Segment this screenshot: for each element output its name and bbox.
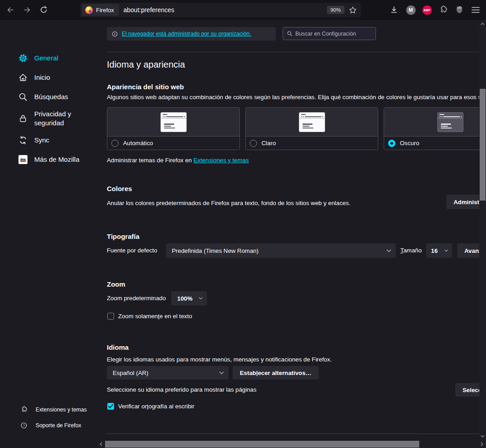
selected-zoom: 100% [177,295,193,302]
checkbox-unchecked[interactable] [107,313,114,320]
url-bar[interactable]: Firefox about:preferences 90% [80,3,361,17]
theme-preview-light [107,108,239,137]
chevron-left-icon [100,442,102,446]
horizontal-scrollbar[interactable] [97,440,486,448]
manage-colors-button[interactable]: Administrar colores… [446,195,479,209]
language-heading: Idioma [107,343,128,351]
vertical-scrollbar-thumb[interactable] [480,89,486,201]
theme-label: Oscuro [400,140,419,146]
scroll-left-button[interactable] [97,440,105,448]
choose-page-language-button[interactable]: Seleccionar… [455,383,479,397]
language-select[interactable]: Español (AR) [107,366,229,379]
font-size-select[interactable]: 16 [426,243,452,258]
search-icon [287,31,293,37]
info-icon [111,31,118,37]
identity-label: Firefox [96,7,114,14]
sidebar-link-addons[interactable]: Extensiones y temas [20,406,87,414]
scroll-up-button[interactable] [479,21,486,27]
zoom-level-badge[interactable]: 90% [327,6,344,14]
theme-radio-row[interactable]: Claro [246,137,378,150]
extensions-button[interactable] [436,4,450,16]
sidebar-link-label: Soporte de Firefox [36,422,81,429]
gear-icon [18,53,28,63]
website-appearance-heading: Apariencia del sitio web [107,83,184,91]
chevron-down-icon [444,249,449,252]
account-avatar: M [406,5,416,15]
set-alternatives-button[interactable]: Establecer alternativos… [233,366,319,379]
theme-radio-row[interactable]: Oscuro [384,137,479,150]
site-identity-chip[interactable]: Firefox [82,4,119,16]
chevron-down-icon [386,249,391,252]
default-zoom-select[interactable]: 100% [171,291,207,306]
zoom-heading: Zoom [107,280,125,288]
chevron-up-icon [481,23,485,25]
sidebar-item-label: Búsquedas [34,92,68,101]
sidebar-item-home[interactable]: Inicio [18,71,107,84]
default-font-label: Fuente por defecto [107,243,157,258]
colors-heading: Colores [107,185,132,192]
browser-window-thumbnail [299,112,325,132]
firefox-logo-icon [85,6,93,14]
vertical-scrollbar[interactable] [479,20,486,440]
radio-unchecked[interactable] [111,140,119,147]
advanced-fonts-button[interactable]: Avanzadas… [457,243,479,258]
scroll-down-button[interactable] [479,433,486,439]
managed-by-org-link[interactable]: El navegador está administrado por su or… [122,31,251,37]
zoom-text-only-row[interactable]: Zoom solamente en el texto [107,313,192,320]
sidebar-footer: Extensiones y temas ? Soporte de Firefox [20,406,87,430]
sidebar-link-support[interactable]: ? Soporte de Firefox [20,421,87,430]
sidebar-item-sync[interactable]: Sync [18,133,107,147]
horizontal-scrollbar-thumb[interactable] [105,441,419,448]
manage-themes-line: Administrar temas de Firefox en Extensio… [107,157,249,164]
scroll-right-button[interactable] [478,440,486,448]
forward-arrow-icon [23,5,32,14]
section-divider [107,52,479,52]
sidebar-item-label: Sync [34,136,49,145]
user-agent-extension-button[interactable]: UD [453,4,466,16]
settings-sidebar: General Inicio Búsquedas Privacidad y se… [0,20,107,448]
selected-size: 16 [431,247,438,254]
sidebar-item-more-from-mozilla[interactable]: m Más de Mozilla [18,153,107,166]
theme-card-light[interactable]: Claro [245,107,378,150]
star-icon [348,6,357,14]
sidebar-item-label: Inicio [34,73,50,82]
radio-checked[interactable] [388,140,395,147]
theme-card-dark[interactable]: Oscuro [384,107,479,150]
bookmark-star-button[interactable] [346,6,359,14]
url-text[interactable]: about:preferences [124,6,174,14]
browser-toolbar: Firefox about:preferences 90% M ABP UD [0,0,486,20]
settings-content: El navegador está administrado por su or… [107,20,479,440]
theme-preview-dark [384,108,479,137]
theme-preview-light [246,108,378,137]
browser-window-thumbnail [160,112,187,132]
adblock-extension-button[interactable]: ABP [420,4,434,16]
spellcheck-row[interactable]: Verificar ortografía al escribir [107,403,194,410]
checkbox-checked[interactable] [107,403,114,410]
sidebar-item-privacy[interactable]: Privacidad y seguridad [18,110,107,128]
addons-themes-link[interactable]: Extensiones y temas [193,157,249,164]
spellcheck-label: Verificar ortografía al escribir [118,403,194,410]
puzzle-icon [20,406,28,413]
back-button[interactable] [4,4,17,16]
fonts-row: Fuente por defecto Predefinida (Times Ne… [107,243,479,258]
downloads-button[interactable] [387,4,401,16]
forward-button[interactable] [20,4,34,16]
lock-icon [18,114,28,123]
sidebar-item-search[interactable]: Búsquedas [18,90,107,104]
reload-button[interactable] [37,4,50,16]
back-arrow-icon [6,5,15,14]
abp-icon: ABP [422,5,432,15]
theme-card-automatic[interactable]: Automático [107,107,240,150]
default-font-select[interactable]: Predefinida (Times New Roman) [166,243,396,258]
section-divider [107,434,479,434]
chevron-down-icon [198,297,203,300]
settings-search-input[interactable] [295,31,367,37]
account-extension-button[interactable]: M [404,4,417,16]
zoom-row: Zoom predeterminado 100% [107,291,479,306]
radio-unchecked[interactable] [250,140,257,147]
app-menu-button[interactable] [469,4,482,16]
theme-radio-row[interactable]: Automático [107,137,239,150]
sidebar-item-general[interactable]: General [18,51,107,65]
download-icon [390,5,399,14]
settings-search-box[interactable] [283,27,376,40]
